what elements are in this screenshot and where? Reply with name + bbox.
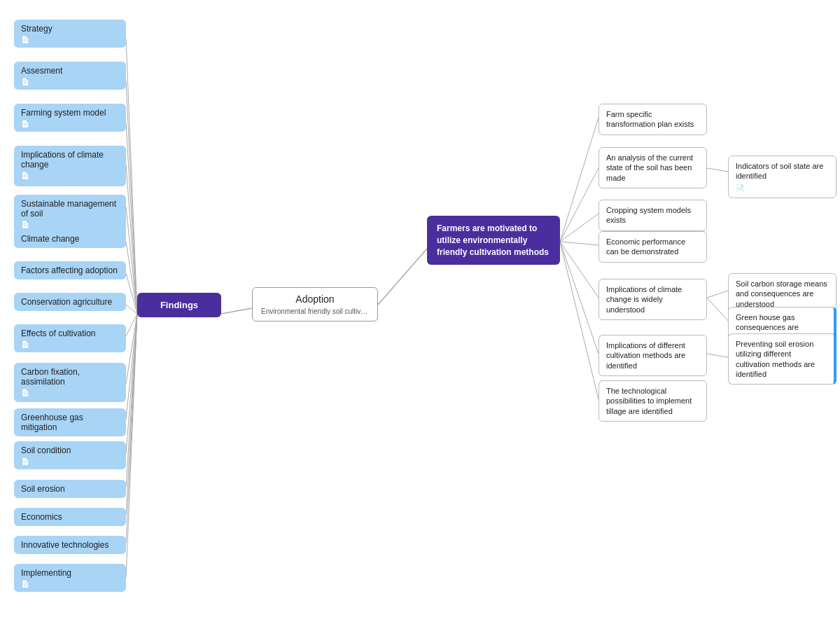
doc-icon-implementing: 📄 (21, 580, 119, 588)
canvas: Strategy 📄 Assesment 📄 Farming system mo… (0, 0, 840, 629)
svg-line-24 (560, 242, 598, 399)
right-implications-different[interactable]: Implications of different cultivation me… (598, 335, 707, 376)
svg-line-20 (560, 214, 598, 242)
connector-lines (0, 0, 840, 629)
svg-line-8 (126, 314, 137, 336)
left-node-soil-erosion[interactable]: Soil erosion (14, 480, 126, 498)
motivated-node[interactable]: Farmers are motivated to utilize environ… (427, 216, 560, 265)
right-analysis-soil[interactable]: An analysis of the current state of the … (598, 147, 707, 188)
doc-icon-indicators: 📄 (736, 184, 829, 193)
right-cropping[interactable]: Cropping system models exists (598, 200, 707, 231)
left-node-implementing[interactable]: Implementing 📄 (14, 564, 126, 592)
doc-icon-effects: 📄 (21, 340, 119, 348)
svg-line-25 (707, 168, 728, 172)
svg-line-4 (126, 207, 137, 314)
left-node-economics[interactable]: Economics (14, 508, 126, 526)
right-farm-specific[interactable]: Farm specific transformation plan exists (598, 104, 707, 135)
svg-line-2 (126, 123, 137, 314)
svg-line-14 (126, 314, 137, 543)
left-node-assesment[interactable]: Assesment 📄 (14, 62, 126, 90)
svg-line-21 (560, 242, 598, 245)
svg-line-22 (560, 242, 598, 298)
svg-line-17 (378, 249, 427, 305)
svg-line-28 (707, 354, 728, 357)
doc-icon-farming: 📄 (21, 120, 119, 127)
left-node-effects[interactable]: Effects of cultivation 📄 (14, 324, 126, 352)
svg-line-11 (126, 314, 137, 454)
svg-line-19 (560, 168, 598, 242)
svg-line-27 (707, 298, 728, 321)
left-node-carbon[interactable]: Carbon fixation, assimilation 📄 (14, 363, 126, 402)
doc-icon-sustainable: 📄 (21, 221, 119, 228)
left-node-innovative[interactable]: Innovative technologies (14, 536, 126, 554)
svg-line-7 (126, 305, 137, 314)
svg-line-13 (126, 314, 137, 515)
svg-line-16 (221, 308, 252, 314)
adoption-sublabel: Environmental friendly soil cultivation … (261, 307, 369, 315)
doc-icon-carbon: 📄 (21, 389, 119, 396)
svg-line-18 (560, 118, 598, 242)
svg-line-3 (126, 165, 137, 314)
svg-line-1 (126, 81, 137, 314)
left-node-climate[interactable]: Climate change (14, 230, 126, 248)
findings-node[interactable]: Findings (137, 293, 221, 317)
doc-icon-assesment: 📄 (21, 78, 119, 85)
right-technological[interactable]: The technological possibilities to imple… (598, 380, 707, 422)
adoption-node[interactable]: Adoption Environmental friendly soil cul… (252, 287, 378, 322)
svg-line-23 (560, 242, 598, 354)
svg-line-6 (126, 273, 137, 314)
svg-line-15 (126, 314, 137, 578)
right-economic[interactable]: Economic performance can be demonstrated (598, 231, 707, 263)
left-node-strategy[interactable]: Strategy 📄 (14, 20, 126, 48)
svg-line-0 (126, 39, 137, 314)
doc-icon-soil-condition: 📄 (21, 457, 119, 465)
doc-icon-implications: 📄 (21, 172, 119, 179)
left-node-conservation[interactable]: Conservation agriculture (14, 293, 126, 311)
right-implications-widely[interactable]: Implications of climate change is widely… (598, 279, 707, 320)
left-node-farming-system[interactable]: Farming system model 📄 (14, 104, 126, 132)
doc-icon-strategy: 📄 (21, 36, 119, 43)
svg-line-12 (126, 314, 137, 487)
svg-line-26 (707, 291, 728, 298)
left-node-implications[interactable]: Implications of climate change 📄 (14, 146, 126, 186)
right2-preventing-soil[interactable]: Preventing soil erosion utilizing differ… (728, 333, 836, 385)
left-node-factors[interactable]: Factors affecting adoption (14, 261, 126, 279)
left-node-sustainable[interactable]: Sustainable management of soil 📄 (14, 195, 126, 234)
left-node-greenhouse[interactable]: Greenhouse gas mitigation (14, 408, 126, 436)
svg-line-9 (126, 314, 137, 384)
svg-line-10 (126, 314, 137, 419)
left-node-soil-condition[interactable]: Soil condition 📄 (14, 441, 126, 469)
right2-indicators[interactable]: Indicators of soil state are identified … (728, 155, 836, 198)
svg-line-5 (126, 242, 137, 314)
